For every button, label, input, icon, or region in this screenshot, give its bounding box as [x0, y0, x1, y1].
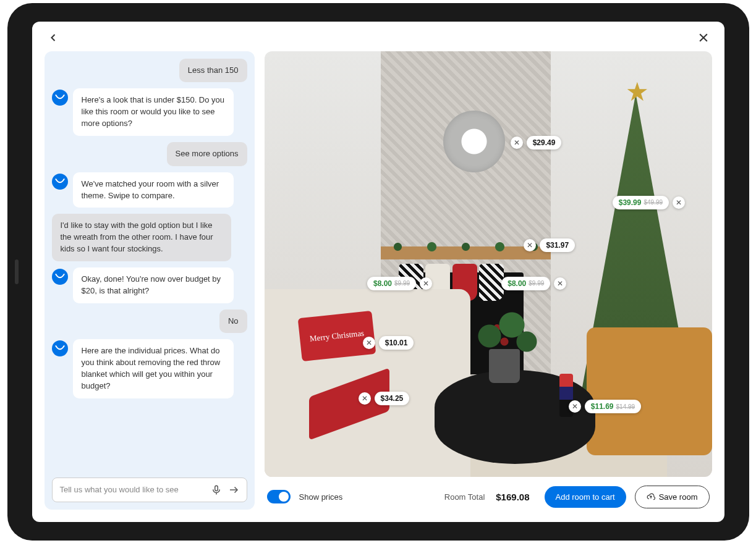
remove-item-button[interactable]: ✕	[673, 196, 685, 209]
price-tag-stocking-right[interactable]: $8.00$9.99 ✕	[501, 277, 566, 290]
chat-messages: Less than 150 Here's a look that is unde…	[52, 59, 247, 471]
chat-message-user: Less than 150	[52, 59, 247, 83]
price-tag-pillow[interactable]: ✕ $10.01	[363, 336, 414, 350]
chat-message-user: See more options	[52, 142, 247, 166]
assistant-avatar	[52, 90, 68, 106]
room-total-label: Room Total	[444, 492, 485, 502]
price-old: $9.99	[394, 280, 410, 287]
top-bar	[32, 22, 724, 51]
chat-message-assistant: Okay, done! You're now over budget by $2…	[52, 267, 247, 303]
cloud-upload-icon	[647, 492, 655, 501]
message-text: Here's a look that is under $150. Do you…	[73, 88, 234, 136]
remove-item-button[interactable]: ✕	[359, 392, 371, 405]
price-tag-stocking-left[interactable]: $8.00$9.99 ✕	[367, 277, 432, 290]
price-value: $31.97	[546, 241, 569, 250]
assistant-avatar	[52, 269, 68, 285]
add-room-to-cart-button[interactable]: Add room to cart	[545, 486, 626, 508]
assistant-avatar	[52, 340, 68, 356]
room-panel: ★ Merry Christmas ✕ $29.49 ✕ $3	[265, 51, 712, 510]
show-prices-toggle[interactable]	[267, 490, 291, 503]
price-value: $11.69	[591, 402, 614, 411]
message-text: Okay, done! You're now over budget by $2…	[73, 267, 234, 303]
wreath-illustration	[443, 111, 505, 172]
message-text: Here are the individual prices. What do …	[73, 339, 234, 398]
smile-icon	[55, 94, 65, 101]
back-button[interactable]	[47, 32, 59, 46]
price-pill: $29.49	[527, 136, 562, 149]
message-text: I'd like to stay with the gold option bu…	[52, 214, 231, 261]
chat-panel: Less than 150 Here's a look that is unde…	[45, 51, 255, 510]
tablet-home-indicator	[15, 259, 19, 284]
message-text: Less than 150	[179, 59, 247, 83]
price-tag-garland[interactable]: ✕ $31.97	[524, 238, 575, 252]
microphone-icon[interactable]	[211, 484, 222, 495]
price-value: $39.99	[619, 198, 642, 207]
room-footer: Show prices Room Total $169.08 Add room …	[265, 483, 712, 510]
chat-message-neutral: I'd like to stay with the gold option bu…	[52, 214, 247, 261]
price-tag-nutcracker[interactable]: ✕ $11.69$14.99	[569, 400, 641, 413]
price-pill: $39.99$49.99	[613, 196, 669, 209]
remove-item-button[interactable]: ✕	[420, 277, 432, 290]
close-button[interactable]	[697, 32, 710, 46]
send-icon[interactable]	[228, 484, 239, 495]
save-room-label: Save room	[659, 492, 698, 502]
remove-item-button[interactable]: ✕	[554, 277, 566, 290]
price-tag-tree[interactable]: $39.99$49.99 ✕	[613, 196, 685, 209]
message-text: No	[219, 309, 247, 334]
price-pill: $8.00$9.99	[367, 277, 416, 290]
chat-message-assistant: We've matched your room with a silver th…	[52, 172, 247, 208]
stocking-illustration	[479, 264, 504, 301]
remove-item-button[interactable]: ✕	[363, 337, 375, 349]
tablet-frame: Less than 150 Here's a look that is unde…	[7, 3, 749, 541]
chat-input[interactable]: Tell us what you would like to see	[52, 478, 247, 502]
remove-item-button[interactable]: ✕	[511, 137, 523, 149]
price-value: $29.49	[533, 138, 556, 147]
content: Less than 150 Here's a look that is unde…	[32, 51, 724, 522]
price-old: $9.99	[529, 280, 544, 287]
message-text: We've matched your room with a silver th…	[73, 172, 234, 208]
price-pill: $10.01	[379, 336, 414, 350]
close-icon	[697, 32, 710, 44]
price-tag-throw[interactable]: ✕ $34.25	[359, 392, 410, 405]
price-pill: $8.00$9.99	[501, 277, 550, 290]
chat-message-user: No	[52, 309, 247, 334]
smile-icon	[55, 178, 65, 185]
price-value: $10.01	[385, 339, 408, 347]
price-value: $8.00	[508, 279, 526, 288]
vase-illustration	[470, 309, 538, 383]
chevron-left-icon	[47, 32, 59, 44]
price-pill: $31.97	[540, 238, 575, 252]
show-prices-label: Show prices	[299, 492, 343, 502]
price-pill: $11.69$14.99	[585, 400, 641, 413]
price-value: $34.25	[381, 394, 404, 403]
star-icon: ★	[626, 77, 649, 107]
chat-input-placeholder: Tell us what you would like to see	[60, 485, 205, 494]
smile-icon	[55, 273, 65, 280]
chat-message-assistant: Here are the individual prices. What do …	[52, 339, 247, 398]
remove-item-button[interactable]: ✕	[524, 239, 536, 251]
remove-item-button[interactable]: ✕	[569, 400, 581, 413]
save-room-button[interactable]: Save room	[635, 486, 710, 508]
price-old: $14.99	[616, 403, 635, 410]
price-pill: $34.25	[375, 392, 410, 405]
message-text: See more options	[167, 142, 247, 166]
chat-message-assistant: Here's a look that is under $150. Do you…	[52, 88, 247, 136]
assistant-avatar	[52, 174, 68, 190]
price-old: $49.99	[643, 199, 663, 206]
price-tag-wreath[interactable]: ✕ $29.49	[511, 136, 562, 149]
pillow-text: Merry Christmas	[310, 328, 365, 343]
app-screen: Less than 150 Here's a look that is unde…	[32, 22, 724, 522]
svg-rect-2	[214, 486, 218, 490]
room-total-value: $169.08	[496, 492, 529, 502]
room-preview[interactable]: ★ Merry Christmas ✕ $29.49 ✕ $3	[265, 51, 712, 477]
price-value: $8.00	[373, 279, 392, 288]
chaise-illustration	[587, 327, 712, 455]
smile-icon	[55, 345, 65, 352]
